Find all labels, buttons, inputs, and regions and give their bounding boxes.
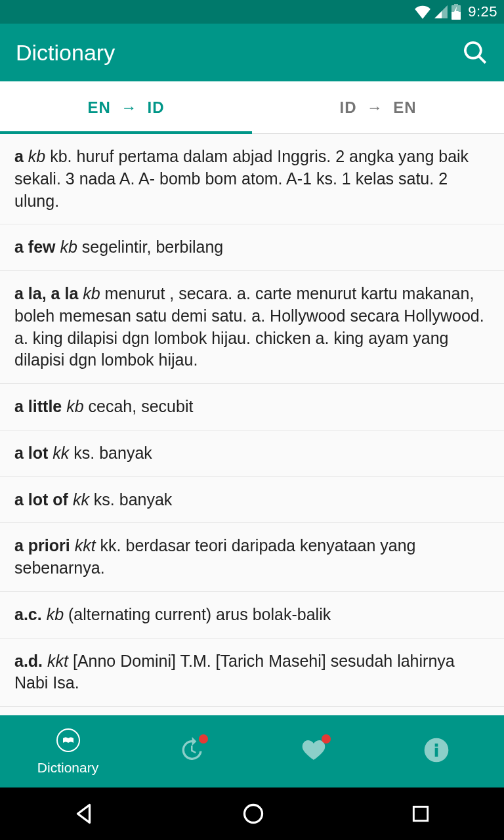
system-nav-bar — [0, 788, 504, 840]
list-item[interactable]: a lot of kk ks. banyak — [0, 477, 504, 524]
notification-badge — [199, 734, 208, 744]
info-icon — [423, 737, 450, 763]
app-bar: Dictionary — [0, 24, 504, 81]
entry-definition: cecah, secubit — [89, 397, 194, 415]
entry-term: a lot — [14, 444, 48, 462]
entry-type: kb — [83, 284, 100, 303]
entry-definition: segelintir, berbilang — [82, 238, 223, 256]
entry-definition: kb. huruf pertama dalam abjad Inggris. 2… — [14, 147, 469, 210]
entry-definition: ks. banyak — [74, 444, 152, 462]
list-item[interactable]: a little kb cecah, secubit — [0, 384, 504, 430]
entry-type: kkt — [75, 536, 96, 555]
entry-type: kb — [66, 397, 83, 415]
status-bar: 9:25 — [0, 0, 504, 24]
list-item[interactable]: a few kb segelintir, berbilang — [0, 224, 504, 271]
svg-rect-2 — [434, 748, 438, 757]
nav-info[interactable] — [375, 715, 497, 788]
wifi-icon — [414, 5, 431, 19]
entry-term: a — [14, 147, 24, 165]
home-circle-icon — [242, 802, 265, 826]
entry-term: a priori — [14, 536, 70, 555]
list-item[interactable]: a.d. kkt [Anno Domini] T.M. [Tarich Mase… — [0, 639, 504, 707]
entry-type: kk — [52, 444, 69, 462]
entry-term: a.c. — [14, 605, 42, 623]
entry-definition: [Anno Domini] T.M. [Tarich Masehi] sesud… — [14, 652, 455, 692]
notification-badge — [322, 734, 331, 744]
svg-rect-3 — [434, 744, 438, 747]
nav-dictionary[interactable]: Dictionary — [7, 715, 129, 788]
entry-term: a few — [14, 238, 56, 256]
back-triangle-icon — [73, 802, 96, 826]
entry-term: a.d. — [14, 652, 43, 670]
entry-type: kb — [28, 147, 45, 165]
entries-list[interactable]: a kb kb. huruf pertama dalam abjad Inggr… — [0, 134, 504, 715]
entry-term: a little — [14, 397, 62, 415]
entry-type: kb — [47, 605, 64, 623]
entry-type: kkt — [47, 652, 68, 670]
entry-type: kb — [60, 238, 77, 256]
nav-history[interactable] — [129, 715, 252, 788]
entry-definition: (alternating current) arus bolak-balik — [68, 605, 331, 623]
svg-rect-5 — [414, 807, 428, 820]
search-button[interactable] — [462, 39, 488, 66]
list-item[interactable]: a.c. kb (alternating current) arus bolak… — [0, 592, 504, 639]
entry-term: a la, a la — [14, 284, 78, 303]
tab-id-to-en[interactable]: ID → EN — [252, 81, 504, 133]
cell-signal-icon — [434, 5, 448, 19]
home-button[interactable] — [242, 802, 265, 826]
list-item[interactable]: a lot kk ks. banyak — [0, 430, 504, 477]
tab-en-to-id[interactable]: EN → ID — [0, 81, 252, 133]
app-title: Dictionary — [16, 40, 462, 66]
list-item[interactable]: a priori kkt kk. berdasar teori daripada… — [0, 523, 504, 592]
back-button[interactable] — [73, 802, 96, 826]
entry-term: a lot of — [14, 490, 68, 509]
nav-dictionary-label: Dictionary — [37, 760, 98, 776]
entry-definition: ks. banyak — [94, 490, 173, 509]
list-item[interactable]: a la, a la kb menurut , secara. a. carte… — [0, 271, 504, 384]
battery-charging-icon — [451, 4, 461, 20]
list-item[interactable]: a kb kb. huruf pertama dalam abjad Inggr… — [0, 134, 504, 224]
svg-point-4 — [244, 805, 262, 823]
direction-tabs: EN → ID ID → EN — [0, 81, 504, 134]
nav-favorites[interactable] — [252, 715, 375, 788]
search-icon — [463, 40, 488, 65]
recents-square-icon — [410, 803, 431, 824]
book-open-icon — [55, 727, 81, 753]
status-time: 9:25 — [468, 3, 497, 20]
bottom-nav: Dictionary — [0, 715, 504, 788]
entry-type: kk — [73, 490, 89, 509]
recents-button[interactable] — [410, 803, 431, 824]
